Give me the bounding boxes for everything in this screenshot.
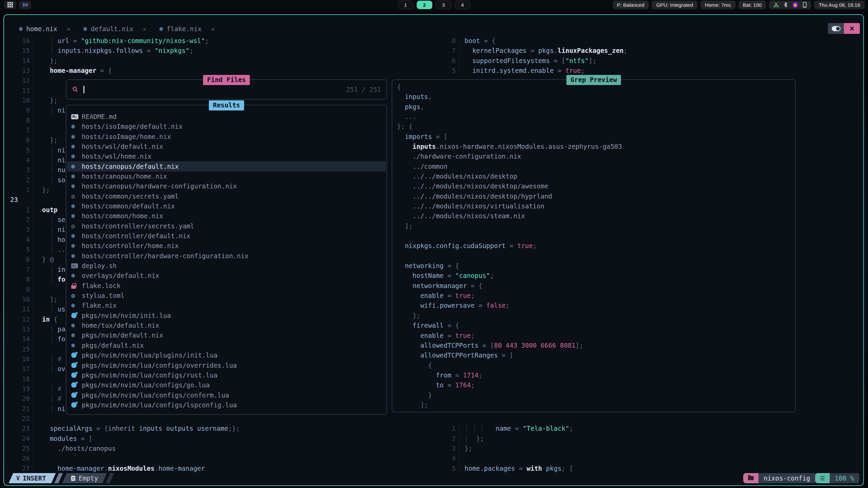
code-token: ../../modules/nixos/steam.nix [397, 212, 525, 220]
code-line: 6 }; [5, 135, 58, 145]
line-number: 16 [5, 36, 30, 46]
code-token: }; [42, 186, 50, 194]
code-token: true [565, 67, 581, 74]
result-item[interactable]: ❄hosts/common/home.nix [67, 211, 386, 221]
result-item[interactable]: ❄hosts/isoImage/home.nix [67, 131, 386, 142]
tab-flake.nix[interactable]: ❄flake.nix× [159, 25, 215, 33]
result-item[interactable]: ❄home/tux/default.nix [67, 320, 386, 330]
file-icon-box [71, 313, 82, 318]
code-text: home.packages = with pkgs; [ [465, 464, 573, 473]
result-item[interactable]: pkgs/nvim/nvim/lua/configs/go.lua [67, 380, 386, 390]
code-line: 9 │ ni [5, 105, 65, 116]
result-item[interactable]: ❄hosts/controller/home.nix [67, 241, 386, 251]
result-item[interactable]: ❄flake.nix [67, 300, 386, 310]
gutter-separator [33, 334, 33, 344]
result-item[interactable]: ❄hosts/controller/hardware-configuration… [67, 251, 386, 261]
code-token: from [397, 371, 451, 379]
nix-icon: ❄ [71, 151, 75, 161]
file-icon-box [71, 352, 82, 358]
code-token: modules [42, 435, 77, 442]
result-item[interactable]: M↓README.md [67, 111, 386, 122]
code-token: │ [465, 435, 472, 442]
gutter-separator [459, 444, 459, 454]
system-tray[interactable] [769, 1, 811, 9]
code-token [42, 156, 50, 164]
result-item[interactable]: pkgs/nvim/nvim/lua/configs/overrides.lua [67, 360, 386, 370]
tab-close-icon[interactable]: × [67, 25, 71, 33]
tab-default.nix[interactable]: ❄default.nix× [83, 25, 146, 33]
result-item[interactable]: ❄hosts/controller/default.nix [67, 231, 386, 241]
close-window-button[interactable]: × [844, 23, 860, 34]
code-line: 13 │ pa [5, 324, 65, 334]
result-item[interactable]: ❄hosts/wsl/home.nix [67, 151, 386, 161]
workspace-button-1[interactable]: 1 [398, 1, 413, 9]
result-item[interactable]: ❄hosts/canopus/hardware-configuration.ni… [67, 181, 386, 191]
code-token: { [50, 316, 58, 323]
workspace-button-4[interactable]: 4 [455, 1, 470, 9]
result-filename: README.md [82, 112, 117, 122]
tab-close-icon[interactable]: × [143, 25, 146, 33]
result-item[interactable]: >_deploy.sh [67, 261, 386, 271]
code-token: }; [42, 136, 58, 144]
result-item[interactable]: ❄hosts/canopus/default.nix [67, 161, 386, 171]
workspace-button-2[interactable]: 2 [417, 1, 432, 9]
shell-logo-button[interactable]: $W [19, 1, 31, 9]
result-filename: pkgs/nvim/nvim/lua/configs/rust.lua [82, 370, 217, 380]
code-line: 16 │ # [5, 354, 61, 364]
code-text: │ .. [42, 245, 65, 255]
code-text: │ inputs.nixpkgs.follows = "nixpkgs"; [42, 46, 193, 56]
tab-home.nix[interactable]: ❄home.nix× [19, 25, 71, 33]
line-number: 1 [442, 424, 456, 433]
result-item[interactable]: pkgs/nvim/nvim/lua/plugins/init.lua [67, 350, 386, 360]
code-token: = [ [478, 342, 494, 349]
result-filename: flake.lock [82, 281, 120, 291]
result-item[interactable]: flake.lock [67, 281, 386, 291]
result-item[interactable]: ⚙hosts/common/secrets.yaml [67, 191, 386, 201]
result-item[interactable]: pkgs/nvim/nvim/lua/configs/lspconfig.lua [67, 400, 386, 410]
file-icon-box: ❄ [71, 142, 82, 151]
code-line: 23 specialArgs = {inherit inputs outputs… [5, 424, 240, 434]
code-token: = { [96, 67, 112, 74]
tab-close-icon[interactable]: × [211, 25, 215, 33]
toggle-button[interactable] [828, 23, 844, 34]
code-token: }; [397, 312, 420, 319]
result-item[interactable]: ❄hosts/wsl/default.nix [67, 141, 386, 151]
app-launcher-button[interactable] [4, 1, 16, 9]
code-text: │ ni [42, 155, 65, 165]
line-number: 4 [442, 453, 456, 463]
result-item[interactable]: ❄pkgs/nvim/default.nix [67, 330, 386, 340]
code-token: }: { [397, 123, 413, 130]
code-token [42, 226, 50, 233]
code-text: kernelPackages = pkgs.linuxPackages_zen; [465, 46, 628, 56]
code-token: │ [50, 106, 58, 114]
gutter-separator [33, 434, 33, 444]
code-line: 22 [5, 414, 42, 424]
code-token: ./hosts/canopus [42, 445, 116, 452]
file-icon-box: ⚙ [71, 191, 82, 201]
result-item[interactable]: pkgs/nvim/nvim/lua/configs/conform.lua [67, 390, 386, 400]
code-text: │ # [42, 394, 61, 404]
file-icon-box: ❄ [71, 241, 82, 251]
preview-line: allowedTCPPorts = [80 443 3000 6666 8081… [397, 341, 583, 351]
find-files-prompt-window: Find Files 251 / 251 [66, 79, 387, 100]
line-number: 23 [5, 195, 30, 205]
clock-module[interactable]: Thu Aug 08, 18:16 [814, 1, 865, 9]
code-line: 14 │ fo [5, 334, 65, 344]
result-item[interactable]: ⚙stylua.toml [67, 290, 386, 301]
result-item[interactable]: ❄overlays/default.nix [67, 270, 386, 281]
code-line: 11 │ us [5, 304, 65, 314]
workspace-button-3[interactable]: 3 [436, 1, 451, 9]
lua-icon [71, 363, 77, 368]
search-input[interactable] [66, 80, 387, 99]
result-item[interactable]: ❄hosts/canopus/home.nix [67, 171, 386, 181]
result-item[interactable]: pkgs/nvim/nvim/init.lua [67, 310, 386, 321]
result-item[interactable]: ❄hosts/isoImage/default.nix [67, 121, 386, 131]
code-token [42, 325, 50, 333]
result-item[interactable]: ❄pkgs/default.nix [67, 340, 386, 350]
file-icon-box [71, 382, 82, 388]
result-item[interactable]: ❄hosts/common/default.nix [67, 201, 386, 211]
gutter-separator [33, 145, 33, 156]
result-item[interactable]: pkgs/nvim/nvim/lua/configs/rust.lua [67, 370, 386, 380]
result-item[interactable]: ⚙hosts/controller/secrets.yaml [67, 221, 386, 231]
result-filename: hosts/wsl/home.nix [82, 151, 152, 161]
